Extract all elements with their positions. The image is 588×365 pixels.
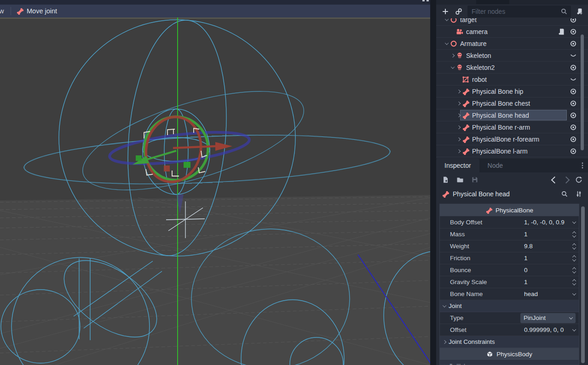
expander-icon[interactable]	[455, 114, 462, 117]
tree-row[interactable]: PhysicalBone r-forearm	[436, 133, 588, 145]
value-spinner[interactable]	[573, 267, 576, 274]
visibility-off-icon[interactable]	[570, 52, 577, 59]
clipped-glyph	[427, 0, 429, 1]
expander-icon[interactable]	[444, 18, 450, 21]
category-row[interactable]: Joint Constraints	[440, 336, 579, 348]
visibility-on-icon[interactable]	[570, 112, 577, 119]
expander-icon[interactable]	[450, 54, 456, 57]
tree-row[interactable]: Armature	[436, 38, 588, 50]
expander-icon[interactable]	[450, 66, 456, 69]
property-row: Weight9.8	[440, 240, 579, 252]
tree-row[interactable]: Skeleton2	[436, 62, 588, 74]
3d-viewport-canvas[interactable]	[0, 17, 430, 365]
expander-icon[interactable]	[455, 126, 462, 129]
property-value[interactable]: PinJoint	[524, 313, 579, 323]
property-label: Body Offset	[440, 219, 524, 226]
visibility-on-icon[interactable]	[570, 100, 577, 107]
value-text[interactable]: 1	[524, 231, 571, 238]
value-spinner[interactable]	[573, 279, 576, 285]
bone-icon	[462, 112, 469, 119]
add-node-button[interactable]	[441, 7, 450, 16]
value-spinner[interactable]	[573, 243, 576, 250]
visibility-on-icon[interactable]	[570, 64, 577, 71]
save-resource-icon[interactable]	[471, 176, 478, 183]
bone-icon	[485, 207, 492, 214]
tree-row[interactable]: Physical Bone r-arm	[436, 121, 588, 133]
property-value[interactable]: head	[524, 291, 579, 297]
value-text[interactable]: 0	[524, 267, 571, 274]
chevron-down-icon[interactable]	[572, 327, 576, 331]
gizmo-y-scale-handle[interactable]	[184, 162, 190, 168]
expander-icon[interactable]	[444, 42, 450, 45]
dropdown-select[interactable]: PinJoint	[520, 313, 576, 323]
section-header[interactable]: PhysicsBody	[440, 348, 579, 360]
value-text[interactable]: head	[524, 291, 571, 297]
value-text[interactable]: 1	[524, 255, 571, 262]
tree-row[interactable]: PhysicalBone l-arm	[436, 145, 588, 157]
chevron-down-icon[interactable]	[572, 220, 576, 223]
tab-inspector[interactable]: Inspector	[436, 159, 479, 172]
visibility-on-icon[interactable]	[570, 88, 577, 95]
visibility-on-icon[interactable]	[570, 18, 577, 23]
category-label: Joint	[449, 302, 462, 309]
property-row: Gravity Scale1	[440, 276, 579, 288]
history-forward-icon[interactable]	[563, 176, 570, 183]
chevron-down-icon[interactable]	[572, 291, 576, 295]
expander-icon[interactable]	[455, 102, 462, 105]
visibility-on-icon[interactable]	[570, 40, 577, 47]
property-list: PhysicalBoneBody Offset1, -0, -0, 0, 0.9…	[439, 204, 579, 365]
right-dock: targetcameraArmatureSkeletonSkeleton2rob…	[436, 0, 588, 365]
property-value[interactable]: 1, -0, -0, 0, 0.9	[524, 219, 579, 226]
tree-row[interactable]: Physical Bone head	[436, 109, 588, 121]
inspector-scrollbar[interactable]	[581, 206, 585, 363]
expander-icon[interactable]	[455, 90, 462, 93]
history-back-icon[interactable]	[551, 176, 559, 183]
value-spinner[interactable]	[573, 231, 576, 238]
property-label: Offset	[440, 326, 524, 333]
tab-node[interactable]: Node	[479, 159, 511, 172]
visibility-on-icon[interactable]	[570, 148, 577, 155]
object-history-icon[interactable]	[575, 176, 582, 183]
value-text[interactable]: PinJoint	[524, 314, 568, 321]
value-text[interactable]: 0.999999, 0, 0	[524, 326, 571, 333]
filter-nodes-input[interactable]	[467, 6, 571, 17]
visibility-on-icon[interactable]	[570, 28, 577, 35]
visibility-on-icon[interactable]	[570, 136, 577, 143]
property-value[interactable]: 9.8	[524, 243, 579, 250]
visibility-on-icon[interactable]	[570, 124, 577, 131]
property-value[interactable]: 1	[524, 255, 579, 262]
attach-script-icon	[576, 8, 583, 15]
property-value[interactable]: 1	[524, 279, 579, 285]
tree-row[interactable]: target	[436, 18, 588, 26]
attach-script-button[interactable]	[575, 7, 584, 16]
new-resource-icon[interactable]	[442, 176, 449, 183]
tree-row[interactable]: Skeleton	[436, 50, 588, 62]
gizmo-x-scale-handle[interactable]	[164, 165, 170, 171]
value-text[interactable]: 9.8	[524, 243, 571, 250]
gizmo-scale-handle[interactable]	[136, 155, 142, 161]
property-label: Bone Name	[440, 291, 524, 297]
tree-row[interactable]: Physical Bone hip	[436, 86, 588, 97]
property-value[interactable]: 0.999999, 0, 0	[524, 326, 579, 333]
script-attached-icon[interactable]	[558, 28, 565, 35]
expander-icon[interactable]	[455, 138, 462, 141]
value-spinner[interactable]	[573, 255, 576, 262]
category-row[interactable]: Joint	[440, 300, 579, 312]
expander-icon[interactable]	[455, 150, 462, 153]
property-value[interactable]: 0	[524, 267, 579, 274]
panel-menu-button[interactable]	[579, 159, 588, 172]
category-row[interactable]: Collision	[440, 360, 579, 365]
tree-row[interactable]: Physical Bone chest	[436, 97, 588, 109]
section-header[interactable]: PhysicalBone	[440, 204, 579, 217]
value-text[interactable]: 1	[524, 279, 571, 285]
value-text[interactable]: 1, -0, -0, 0, 0.9	[524, 219, 571, 226]
visibility-off-icon[interactable]	[570, 76, 577, 83]
search-properties-icon[interactable]	[561, 190, 568, 198]
instance-scene-button[interactable]	[454, 7, 463, 16]
property-tools-icon[interactable]	[575, 190, 582, 198]
tree-row[interactable]: camera	[436, 26, 588, 38]
property-value[interactable]: 1	[524, 231, 579, 238]
chevron-down-icon	[443, 303, 446, 307]
tree-row[interactable]: robot	[436, 74, 588, 86]
load-resource-icon[interactable]	[456, 176, 464, 183]
